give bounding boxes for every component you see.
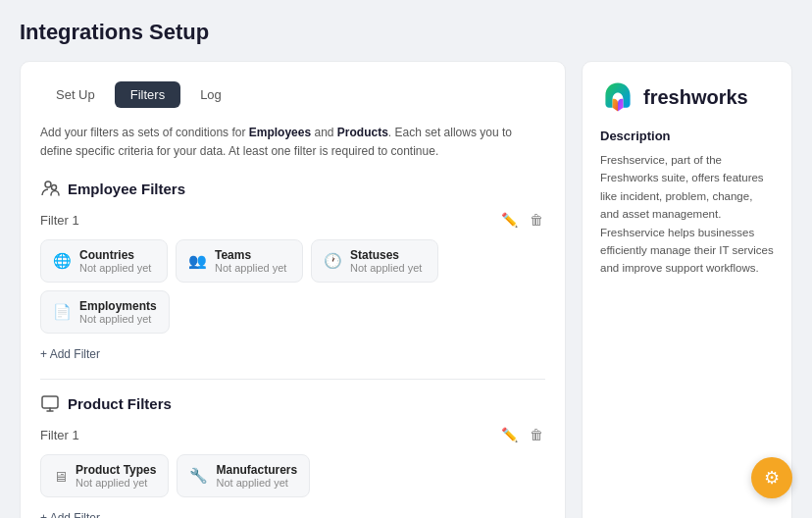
chip-countries[interactable]: 🌐 Countries Not applied yet [40, 239, 168, 283]
employee-add-filter-button[interactable]: + Add Filter [40, 343, 100, 365]
product-types-chip-status: Not applied yet [76, 477, 156, 489]
chip-product-types[interactable]: 🖥 Product Types Not applied yet [40, 454, 169, 497]
employee-filter-label: Filter 1 [40, 213, 79, 228]
employee-filters-section: Employee Filters Filter 1 ✏️ 🗑 🌐 Countri… [40, 179, 545, 365]
manufacturers-chip-status: Not applied yet [216, 477, 297, 489]
svg-point-1 [52, 185, 57, 190]
chip-manufacturers[interactable]: 🔧 Manufacturers Not applied yet [177, 454, 310, 497]
tab-filters[interactable]: Filters [115, 81, 180, 108]
employments-chip-status: Not applied yet [79, 313, 157, 325]
sidebar-description-title: Description [600, 129, 774, 143]
product-section-header: Product Filters [40, 393, 545, 413]
teams-chip-name: Teams [215, 248, 286, 262]
svg-point-0 [45, 181, 51, 187]
statuses-chip-text: Statuses Not applied yet [350, 248, 422, 274]
countries-chip-name: Countries [79, 248, 151, 262]
chip-statuses[interactable]: 🕐 Statuses Not applied yet [311, 239, 438, 283]
description-text: Add your filters as sets of conditions f… [40, 124, 545, 161]
freshworks-logo-area: freshworks [600, 79, 774, 115]
svg-rect-2 [42, 396, 58, 408]
fab-icon: ⚙ [764, 467, 780, 489]
employee-filter-chips: 🌐 Countries Not applied yet 👥 Teams Not … [40, 239, 545, 334]
product-filters-section: Product Filters Filter 1 ✏️ 🗑 🖥 Product … [40, 393, 545, 518]
freshworks-logo-icon [600, 79, 635, 115]
freshworks-name: freshworks [643, 86, 748, 109]
tab-log[interactable]: Log [184, 81, 237, 108]
section-divider [40, 379, 545, 380]
countries-icon: 🌐 [53, 252, 72, 270]
manufacturers-chip-text: Manufacturers Not applied yet [216, 463, 297, 489]
product-types-chip-text: Product Types Not applied yet [76, 463, 156, 489]
tab-bar: Set Up Filters Log [40, 81, 545, 108]
employee-section-header: Employee Filters [40, 179, 545, 198]
product-filter-chips: 🖥 Product Types Not applied yet 🔧 Manufa… [40, 454, 545, 497]
countries-chip-text: Countries Not applied yet [79, 248, 151, 274]
teams-chip-text: Teams Not applied yet [215, 248, 286, 274]
manufacturers-chip-name: Manufacturers [216, 463, 297, 477]
employee-filter-edit-button[interactable]: ✏️ [499, 210, 520, 230]
product-filter-delete-button[interactable]: 🗑 [528, 425, 545, 444]
page-title: Integrations Setup [20, 20, 792, 45]
employee-filter-actions: ✏️ 🗑 [499, 210, 545, 230]
tab-setup[interactable]: Set Up [40, 81, 111, 108]
sidebar-description-text: Freshservice, part of the Freshworks sui… [600, 151, 774, 278]
employments-icon: 📄 [53, 303, 72, 321]
teams-icon: 👥 [188, 252, 207, 270]
employee-section-icon [40, 179, 60, 198]
manufacturers-icon: 🔧 [189, 467, 208, 485]
product-filter-actions: ✏️ 🗑 [499, 425, 545, 444]
product-filter-edit-button[interactable]: ✏️ [499, 425, 520, 444]
product-filter-label: Filter 1 [40, 428, 79, 442]
fab-button[interactable]: ⚙ [751, 457, 792, 498]
chip-employments[interactable]: 📄 Employments Not applied yet [40, 290, 170, 334]
employee-section-title: Employee Filters [68, 181, 185, 197]
product-add-filter-button[interactable]: + Add Filter [40, 507, 100, 518]
sidebar-panel: freshworks Description Freshservice, par… [582, 61, 792, 518]
main-panel: Set Up Filters Log Add your filters as s… [20, 61, 566, 518]
employee-filter-delete-button[interactable]: 🗑 [528, 210, 545, 230]
product-section-title: Product Filters [68, 395, 172, 412]
employee-filter-row-header: Filter 1 ✏️ 🗑 [40, 210, 545, 230]
teams-chip-status: Not applied yet [215, 262, 286, 274]
statuses-chip-name: Statuses [350, 248, 422, 262]
product-section-icon [40, 393, 60, 413]
employments-chip-text: Employments Not applied yet [79, 299, 157, 325]
chip-teams[interactable]: 👥 Teams Not applied yet [176, 239, 303, 283]
employments-chip-name: Employments [79, 299, 157, 313]
product-types-chip-name: Product Types [76, 463, 156, 477]
countries-chip-status: Not applied yet [79, 262, 151, 274]
statuses-icon: 🕐 [324, 252, 342, 270]
statuses-chip-status: Not applied yet [350, 262, 422, 274]
product-types-icon: 🖥 [53, 468, 68, 485]
product-filter-row-header: Filter 1 ✏️ 🗑 [40, 425, 545, 444]
